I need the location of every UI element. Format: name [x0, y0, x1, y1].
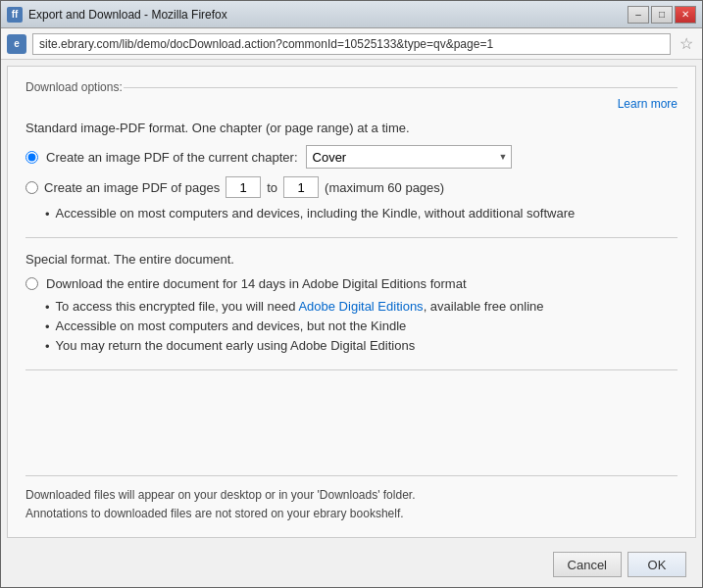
learn-more-link[interactable]: Learn more: [618, 97, 678, 111]
option2-row: Create an image PDF of pages to (maximum…: [25, 176, 678, 198]
bullet2-text: To access this encrypted file, you will …: [56, 299, 544, 314]
site-icon: e: [7, 34, 26, 54]
cancel-button[interactable]: Cancel: [553, 552, 622, 577]
learn-more-section: Learn more: [25, 96, 678, 111]
dialog-panel: Download options: Learn more Standard im…: [7, 66, 696, 538]
ade-link[interactable]: Adobe Digital Editions: [298, 299, 423, 314]
option2-radio[interactable]: [25, 181, 38, 194]
bullet3-dot: •: [45, 319, 50, 334]
footer-line2: Annotations to downloaded files are not …: [25, 505, 678, 523]
address-input[interactable]: [32, 33, 671, 55]
bookmark-icon[interactable]: ☆: [677, 34, 696, 54]
option3-row: Download the entire document for 14 days…: [25, 276, 678, 291]
minimize-button[interactable]: –: [628, 6, 649, 24]
bullet1-text: Accessible on most computers and devices…: [56, 206, 576, 220]
chapter-select-wrapper: Cover: [306, 145, 512, 169]
pages-to-input[interactable]: [283, 176, 319, 198]
max-pages-label: (maximum 60 pages): [325, 180, 444, 195]
option1-radio[interactable]: [25, 151, 38, 164]
bullet3-item: • Accessible on most computers and devic…: [45, 318, 678, 334]
option3-radio[interactable]: [25, 277, 38, 290]
browser-window: ff Export and Download - Mozilla Firefox…: [0, 0, 703, 588]
bullet4-dot: •: [45, 339, 50, 354]
option1-row: Create an image PDF of the current chapt…: [25, 145, 678, 169]
special-section-heading: Special format. The entire document.: [25, 252, 678, 267]
title-bar: ff Export and Download - Mozilla Firefox…: [1, 1, 702, 28]
pages-from-input[interactable]: [226, 176, 261, 198]
option1-label[interactable]: Create an image PDF of the current chapt…: [46, 150, 298, 165]
section-divider-1: [25, 237, 678, 238]
close-button[interactable]: ✕: [675, 6, 696, 24]
bullet3-text: Accessible on most computers and devices…: [56, 318, 407, 333]
bullet2-dot: •: [45, 300, 50, 315]
restore-button[interactable]: □: [651, 6, 673, 24]
footer-note: Downloaded files will appear on your des…: [25, 475, 678, 523]
browser-icon: ff: [7, 7, 23, 23]
window-title: Export and Download - Mozilla Firefox: [28, 8, 628, 22]
to-label: to: [267, 180, 277, 195]
ok-button[interactable]: OK: [628, 552, 686, 577]
footer-line1: Downloaded files will appear on your des…: [25, 486, 678, 505]
bullet4-text: You may return the document early using …: [56, 338, 416, 353]
dialog-buttons: Cancel OK: [7, 544, 696, 587]
download-options-label: Download options:: [25, 80, 678, 94]
section-divider-2: [25, 369, 678, 370]
option3-label[interactable]: Download the entire document for 14 days…: [46, 276, 467, 291]
bullet1-dot: •: [45, 207, 50, 221]
chapter-select[interactable]: Cover: [306, 145, 512, 169]
bullet2-item: • To access this encrypted file, you wil…: [45, 299, 678, 315]
standard-section-heading: Standard image-PDF format. One chapter (…: [25, 121, 678, 135]
special-section: Special format. The entire document. Dow…: [25, 250, 678, 358]
bullet1-item: • Accessible on most computers and devic…: [45, 206, 678, 221]
window-controls: – □ ✕: [628, 6, 696, 24]
option2-label[interactable]: Create an image PDF of pages: [44, 180, 220, 195]
address-bar: e ☆: [1, 28, 702, 60]
bullet4-item: • You may return the document early usin…: [45, 338, 678, 354]
